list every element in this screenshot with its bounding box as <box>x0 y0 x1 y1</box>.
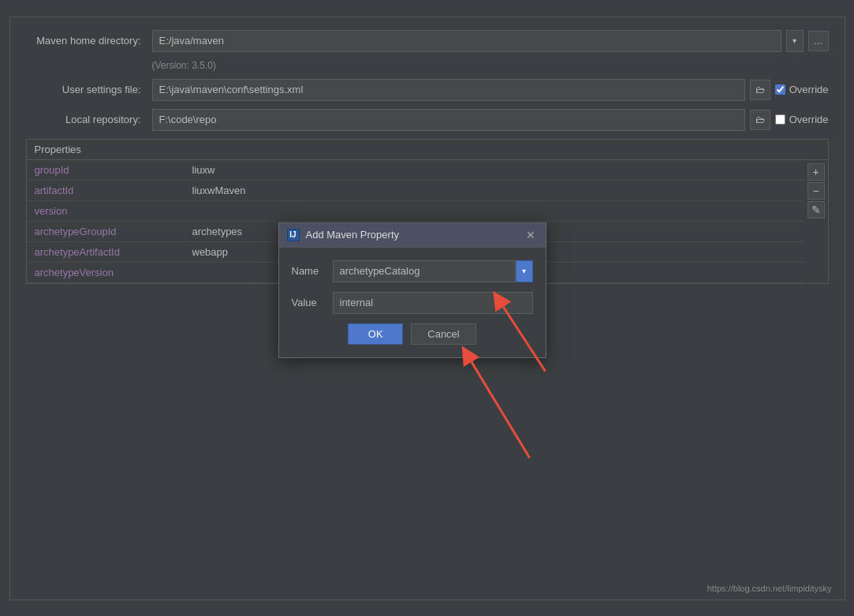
modal-buttons: OK Cancel <box>292 323 533 345</box>
user-settings-label: User settings file: <box>26 84 152 95</box>
user-settings-input-wrap: 🗁 Override <box>152 79 829 101</box>
local-repo-override-label: Override <box>789 114 829 125</box>
main-panel: Maven home directory: ▾ … (Version: 3.5.… <box>9 17 845 600</box>
table-row: artifactId liuxwMaven <box>27 180 804 200</box>
modal-cancel-button[interactable]: Cancel <box>411 323 475 345</box>
modal-ok-button[interactable]: OK <box>348 323 403 345</box>
modal-name-row: Name ▾ <box>292 260 533 282</box>
maven-home-input-wrap: ▾ … <box>152 30 829 52</box>
modal-value-label: Value <box>292 297 333 308</box>
maven-home-label: Maven home directory: <box>26 35 152 47</box>
maven-home-row: Maven home directory: ▾ … <box>26 30 829 52</box>
user-settings-input[interactable] <box>152 79 745 101</box>
modal-name-dropdown-wrap: ▾ <box>333 260 533 282</box>
prop-key-groupid: groupId <box>27 160 185 181</box>
prop-key-archetypeartifactid: archetypeArtifactId <box>27 241 185 262</box>
modal-value-row: Value <box>292 292 533 314</box>
edit-property-btn[interactable]: ✎ <box>807 201 825 218</box>
version-note: (Version: 3.5.0) <box>152 60 829 71</box>
prop-key-archetypegroupid: archetypeGroupId <box>27 221 185 241</box>
user-settings-row: User settings file: 🗁 Override <box>26 79 829 101</box>
add-maven-property-modal: IJ Add Maven Property ✕ Name ▾ Value <box>278 222 546 358</box>
modal-title-left: IJ Add Maven Property <box>287 229 400 241</box>
properties-header: Properties <box>27 140 828 160</box>
user-settings-override-wrap: Override <box>775 84 829 95</box>
modal-icon-label: IJ <box>289 230 296 239</box>
prop-key-archetypeversion: archetypeVersion <box>27 262 185 282</box>
local-repo-override-wrap: Override <box>775 114 829 125</box>
modal-name-dropdown-btn[interactable]: ▾ <box>516 260 533 282</box>
modal-titlebar: IJ Add Maven Property ✕ <box>279 223 546 248</box>
local-repo-browse-btn[interactable]: 🗁 <box>750 110 770 130</box>
maven-home-input[interactable] <box>152 30 781 52</box>
prop-val-artifactid: liuxwMaven <box>185 180 804 200</box>
local-repo-row: Local repository: 🗁 Override <box>26 109 829 131</box>
local-repo-label: Local repository: <box>26 114 152 125</box>
modal-close-btn[interactable]: ✕ <box>524 228 538 242</box>
modal-intellij-icon: IJ <box>287 229 300 241</box>
maven-home-dropdown-btn[interactable]: ▾ <box>786 30 804 52</box>
user-settings-browse-btn[interactable]: 🗁 <box>750 80 770 100</box>
props-toolbar: + − ✎ <box>804 160 828 222</box>
prop-val-version <box>185 200 804 221</box>
maven-home-browse-btn[interactable]: … <box>808 31 829 51</box>
table-row: groupId liuxw <box>27 160 804 181</box>
prop-key-version: version <box>27 200 185 221</box>
user-settings-override-label: Override <box>789 84 829 95</box>
local-repo-input[interactable] <box>152 109 745 131</box>
remove-property-btn[interactable]: − <box>807 182 825 200</box>
modal-name-input[interactable] <box>333 260 516 282</box>
user-settings-override-checkbox[interactable] <box>775 84 785 95</box>
local-repo-input-wrap: 🗁 Override <box>152 109 829 131</box>
modal-title-text: Add Maven Property <box>306 229 400 241</box>
modal-body: Name ▾ Value OK Cancel <box>279 248 546 357</box>
local-repo-override-checkbox[interactable] <box>775 114 785 125</box>
add-property-btn[interactable]: + <box>807 163 825 181</box>
prop-key-artifactid: artifactId <box>27 180 185 200</box>
prop-val-groupid: liuxw <box>185 160 804 181</box>
watermark: https://blog.csdn.net/limpiditysky <box>707 584 832 593</box>
modal-value-input[interactable] <box>333 292 533 314</box>
table-row: version <box>27 200 804 221</box>
modal-name-label: Name <box>292 265 333 277</box>
svg-line-2 <box>466 353 529 457</box>
